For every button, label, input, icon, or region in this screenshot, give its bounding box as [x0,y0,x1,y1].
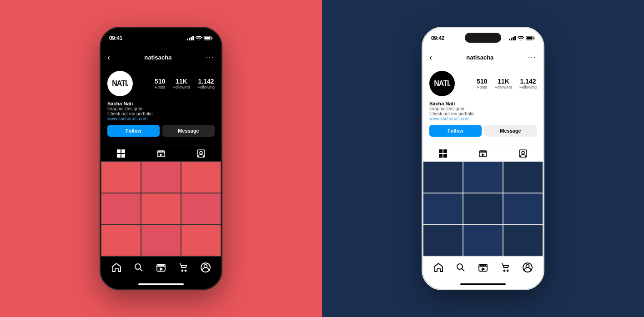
back-button-left[interactable]: ‹ [107,53,110,62]
bio-link-right[interactable]: www.sachanati.com [429,116,537,121]
grid-cell-left-1[interactable] [101,161,141,193]
bio-subtitle-right: Graphic Designer [429,106,537,111]
svg-point-18 [181,270,183,271]
svg-rect-27 [439,154,443,158]
profile-section-right: NATI. 510 Posts 11K Followers 1.142 [423,66,543,145]
stat-posts-right: 510 Posts [477,78,487,89]
home-icon-right [433,263,443,272]
avatar-text-right: NATI. [434,79,450,88]
stat-posts-left: 510 Posts [155,78,165,89]
left-panel: 09:41 [0,0,322,317]
status-time-right: 09:42 [431,35,444,41]
svg-rect-3 [117,149,121,153]
follow-button-left[interactable]: Follow [107,125,160,137]
dynamic-island-left [143,33,179,43]
nav-home-left[interactable] [111,263,121,274]
grid-cell-left-9[interactable] [181,224,221,256]
tab-reels-right[interactable] [463,145,503,161]
svg-point-16 [161,264,161,265]
svg-rect-5 [117,154,121,158]
grid-cell-left-8[interactable] [141,224,181,256]
nav-reels-left[interactable] [156,263,166,274]
stats-container-right: 510 Posts 11K Followers 1.142 Following [477,78,537,89]
bio-link-left[interactable]: www.sachanati.com [107,116,215,121]
nav-profile-left[interactable] [201,263,211,274]
more-button-right[interactable]: ··· [528,53,537,61]
nav-bar-left: ‹ natisacha ··· [101,48,221,66]
stat-posts-value-right: 510 [477,78,487,85]
svg-point-31 [483,151,483,152]
bottom-nav-right [423,256,543,280]
tab-grid-left[interactable] [101,145,141,161]
grid-cell-left-2[interactable] [141,161,181,193]
svg-rect-4 [121,149,125,153]
message-button-left[interactable]: Message [162,125,215,137]
grid-cell-right-9[interactable] [503,224,543,256]
grid-cell-left-7[interactable] [101,224,141,256]
grid-cell-right-2[interactable] [463,161,503,193]
stat-followers-label-right: Followers [494,85,512,89]
svg-rect-25 [439,149,443,153]
stat-following-value-right: 1.142 [520,78,536,85]
svg-point-41 [507,270,508,271]
grid-cell-left-6[interactable] [181,193,221,225]
search-icon-right [456,263,466,272]
nav-profile-right[interactable] [523,263,533,274]
svg-point-34 [522,151,524,154]
nav-search-right[interactable] [456,263,466,274]
tab-tagged-right[interactable] [503,145,543,161]
nav-reels-right[interactable] [478,263,488,274]
grid-cell-left-3[interactable] [181,161,221,193]
message-button-right[interactable]: Message [484,125,537,137]
grid-cell-left-5[interactable] [141,193,181,225]
svg-point-39 [485,264,486,265]
stat-posts-value-left: 510 [155,78,165,85]
nav-shop-left[interactable] [178,263,188,274]
stat-following-left: 1.142 Following [197,78,215,89]
profile-section-left: NATI. 510 Posts 11K Followers 1.142 [101,66,221,145]
phone-light: 09:42 [422,27,544,290]
bio-extra-left: Check out my portfolio [107,111,215,116]
home-indicator-right [423,280,543,289]
grid-cell-left-4[interactable] [101,193,141,225]
stat-followers-right: 11K Followers [494,78,512,89]
svg-rect-1 [212,38,213,39]
battery-icon-left [204,36,213,40]
svg-point-38 [483,264,483,265]
svg-point-40 [503,270,505,271]
stat-followers-value-left: 11K [176,78,187,85]
stat-followers-left: 11K Followers [172,78,190,89]
bio-section-right: Sacha Nati Graphic Designer Check out my… [429,101,537,121]
svg-point-17 [163,264,164,265]
grid-cell-right-7[interactable] [423,224,463,256]
stat-posts-label-left: Posts [155,85,166,89]
nav-username-left: natisacha [144,54,171,61]
svg-point-15 [158,264,159,265]
tagged-icon-right [519,149,527,158]
back-button-right[interactable]: ‹ [429,53,432,62]
bio-extra-right: Check out my portfolio [429,111,537,116]
svg-point-9 [161,151,161,152]
tagged-icon-left [197,149,205,158]
grid-cell-right-3[interactable] [503,161,543,193]
nav-shop-right[interactable] [500,263,510,274]
reels-icon-left [157,149,165,158]
nav-search-left[interactable] [134,263,144,274]
follow-button-right[interactable]: Follow [429,125,482,137]
grid-cell-right-1[interactable] [423,161,463,193]
tab-reels-left[interactable] [141,145,181,161]
battery-icon-right [526,36,535,40]
svg-rect-26 [443,149,447,153]
grid-cell-right-4[interactable] [423,193,463,225]
grid-cell-right-8[interactable] [463,224,503,256]
grid-cell-right-5[interactable] [463,193,503,225]
grid-icon-right [439,149,447,158]
nav-home-right[interactable] [433,263,443,274]
grid-cell-right-6[interactable] [503,193,543,225]
more-button-left[interactable]: ··· [206,53,215,61]
svg-rect-2 [205,37,211,40]
svg-point-32 [484,151,485,152]
tab-tagged-left[interactable] [181,145,221,161]
bio-subtitle-left: Graphic Designer [107,106,215,111]
tab-grid-right[interactable] [423,145,463,161]
